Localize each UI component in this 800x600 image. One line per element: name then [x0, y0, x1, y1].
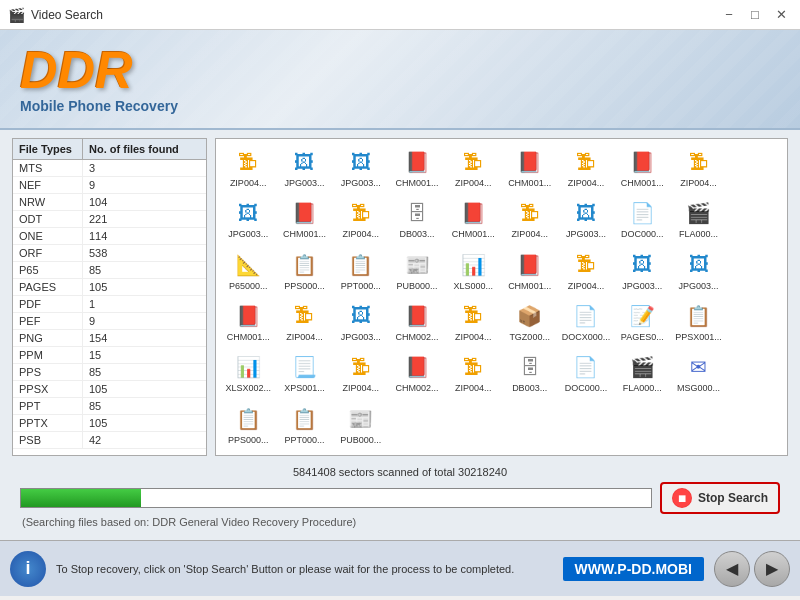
- file-type-row[interactable]: PPT85: [13, 398, 206, 415]
- file-item[interactable]: 📋 PPS000...: [276, 246, 332, 297]
- file-label: PUB000...: [391, 281, 443, 291]
- file-type-row[interactable]: PPTX105: [13, 415, 206, 432]
- file-type-row[interactable]: PAGES105: [13, 279, 206, 296]
- file-type-name: ODT: [13, 211, 83, 227]
- file-item[interactable]: 📕 CHM001...: [501, 246, 557, 297]
- file-item[interactable]: 📊 XLS000...: [445, 246, 501, 297]
- file-item[interactable]: 📃 XPS001...: [276, 348, 332, 399]
- file-item[interactable]: 🗜 ZIP004...: [445, 143, 501, 194]
- file-item[interactable]: 📕 CHM001...: [220, 297, 276, 348]
- file-item[interactable]: 📦 TGZ000...: [501, 297, 557, 348]
- file-icon-jpg: 🖼: [570, 197, 602, 229]
- file-item[interactable]: 🗜 ZIP004...: [445, 297, 501, 348]
- file-item[interactable]: 📕 CHM002...: [389, 297, 445, 348]
- file-item[interactable]: 🗜 ZIP004...: [220, 143, 276, 194]
- file-item[interactable]: 📰 PUB000...: [333, 400, 389, 451]
- file-icon-zip: 🗜: [570, 146, 602, 178]
- app-icon: 🎬: [8, 7, 25, 23]
- file-label: PPSX001...: [672, 332, 724, 342]
- file-type-row[interactable]: MTS3: [13, 160, 206, 177]
- file-type-name: ONE: [13, 228, 83, 244]
- file-item[interactable]: 📕 CHM001...: [501, 143, 557, 194]
- file-item[interactable]: 🗜 ZIP004...: [276, 297, 332, 348]
- file-item[interactable]: 📰 PUB000...: [389, 246, 445, 297]
- file-types-body[interactable]: MTS3NEF9NRW104ODT221ONE114ORF538P6585PAG…: [13, 160, 206, 455]
- file-type-row[interactable]: PNG154: [13, 330, 206, 347]
- file-type-name: PNG: [13, 330, 83, 346]
- info-icon: i: [10, 551, 46, 587]
- file-item[interactable]: 🗄 DB003...: [389, 194, 445, 245]
- file-item[interactable]: 🎬 FLA000...: [614, 348, 670, 399]
- file-item[interactable]: 🖼 JPG003...: [670, 246, 726, 297]
- file-type-row[interactable]: ODT221: [13, 211, 206, 228]
- file-type-row[interactable]: PSB42: [13, 432, 206, 449]
- file-item[interactable]: 🖼 JPG003...: [558, 194, 614, 245]
- file-label: ZIP004...: [560, 178, 612, 188]
- file-type-row[interactable]: ORF538: [13, 245, 206, 262]
- file-type-row[interactable]: PPM15: [13, 347, 206, 364]
- file-item[interactable]: 📕 CHM001...: [445, 194, 501, 245]
- file-item[interactable]: 🗜 ZIP004...: [558, 143, 614, 194]
- file-item[interactable]: 📕 CHM001...: [389, 143, 445, 194]
- file-item[interactable]: 📕 CHM002...: [389, 348, 445, 399]
- file-item[interactable]: 📄 DOCX000...: [558, 297, 614, 348]
- file-item[interactable]: 🖼 JPG003...: [333, 297, 389, 348]
- file-item[interactable]: 📊 XLSX002...: [220, 348, 276, 399]
- file-item[interactable]: 🖼 JPG003...: [276, 143, 332, 194]
- file-item[interactable]: 📋 PPS000...: [220, 400, 276, 451]
- next-button[interactable]: ▶: [754, 551, 790, 587]
- stop-search-button[interactable]: Stop Search: [660, 482, 780, 514]
- file-item[interactable]: 📕 CHM001...: [614, 143, 670, 194]
- file-item[interactable]: 📝 PAGES0...: [614, 297, 670, 348]
- file-item[interactable]: 📋 PPT000...: [276, 400, 332, 451]
- file-item[interactable]: 📐 P65000...: [220, 246, 276, 297]
- file-icon-jpg: 🖼: [232, 197, 264, 229]
- file-item[interactable]: 📋 PPSX001...: [670, 297, 726, 348]
- file-label: PPS000...: [278, 281, 330, 291]
- file-icon-ppsx: 📋: [683, 300, 715, 332]
- file-label: FLA000...: [672, 229, 724, 239]
- close-button[interactable]: ✕: [770, 4, 792, 26]
- file-type-row[interactable]: PPS85: [13, 364, 206, 381]
- file-item[interactable]: 🗄 DB003...: [501, 348, 557, 399]
- file-item[interactable]: 🗜 ZIP004...: [445, 348, 501, 399]
- file-icon-doc: 📄: [626, 197, 658, 229]
- minimize-button[interactable]: −: [718, 4, 740, 26]
- file-item[interactable]: 🗜 ZIP004...: [333, 348, 389, 399]
- file-type-row[interactable]: PPSX105: [13, 381, 206, 398]
- file-icon-empty: [683, 403, 715, 435]
- files-grid[interactable]: 🗜 ZIP004... 🖼 JPG003... 🖼 JPG003... 📕 CH…: [216, 139, 787, 455]
- file-item: [727, 400, 783, 451]
- file-item[interactable]: 🖼 JPG003...: [614, 246, 670, 297]
- file-type-row[interactable]: NEF9: [13, 177, 206, 194]
- file-icon-zip: 🗜: [345, 351, 377, 383]
- file-type-count: 9: [83, 313, 101, 329]
- file-icon-ppt: 📋: [345, 249, 377, 281]
- file-item[interactable]: 🗜 ZIP004...: [670, 143, 726, 194]
- file-item[interactable]: 🗜 ZIP004...: [333, 194, 389, 245]
- file-item[interactable]: 🖼 JPG003...: [333, 143, 389, 194]
- file-type-count: 154: [83, 330, 113, 346]
- file-item[interactable]: 🖼 JPG003...: [220, 194, 276, 245]
- file-item[interactable]: 🎬 FLA000...: [670, 194, 726, 245]
- header-logo: DDR Mobile Phone Recovery: [20, 44, 178, 114]
- file-type-row[interactable]: NRW104: [13, 194, 206, 211]
- file-label: DOC000...: [560, 383, 612, 393]
- file-type-row[interactable]: ONE114: [13, 228, 206, 245]
- file-item[interactable]: ✉ MSG000...: [670, 348, 726, 399]
- file-type-row[interactable]: PEF9: [13, 313, 206, 330]
- file-item: [389, 400, 445, 451]
- prev-button[interactable]: ◀: [714, 551, 750, 587]
- file-item[interactable]: 📕 CHM001...: [276, 194, 332, 245]
- file-item[interactable]: 📄 DOC000...: [614, 194, 670, 245]
- file-item[interactable]: 📄 DOC000...: [558, 348, 614, 399]
- file-icon-chm: 📕: [401, 146, 433, 178]
- file-icon-empty: [739, 146, 771, 178]
- file-type-row[interactable]: P6585: [13, 262, 206, 279]
- file-item[interactable]: 📋 PPT000...: [333, 246, 389, 297]
- file-item[interactable]: 🗜 ZIP004...: [558, 246, 614, 297]
- file-item[interactable]: 🗜 ZIP004...: [501, 194, 557, 245]
- maximize-button[interactable]: □: [744, 4, 766, 26]
- file-type-row[interactable]: PDF1: [13, 296, 206, 313]
- file-icon-p65: 📐: [232, 249, 264, 281]
